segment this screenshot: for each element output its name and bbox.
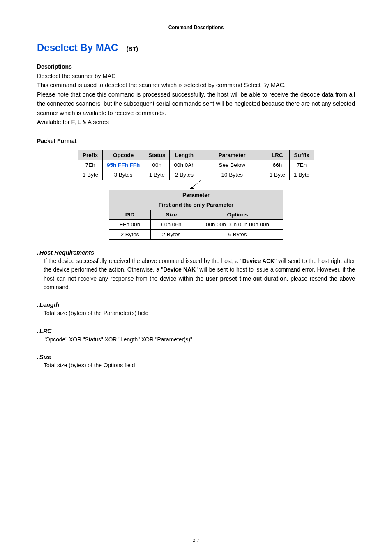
lrc-title: LRC bbox=[39, 328, 52, 334]
pid-val: FFh 00h bbox=[109, 219, 151, 229]
length-val: 00h 0Ah bbox=[170, 160, 199, 170]
desc-line4: Available for F, L & A series bbox=[37, 119, 109, 125]
packet-format-label: Packet Format bbox=[37, 138, 355, 144]
size-val: 00h 06h bbox=[151, 219, 192, 229]
section-header: Command Descriptions bbox=[37, 25, 355, 30]
desc-line3: Please note that once this command is pr… bbox=[37, 91, 355, 116]
lrc-val: 66h bbox=[265, 160, 289, 170]
hdr-length: Length bbox=[170, 150, 199, 160]
status-val: 00h bbox=[144, 160, 170, 170]
size-bytes: 2 Bytes bbox=[151, 229, 192, 239]
tables-wrap: Prefix Opcode Status Length Parameter LR… bbox=[37, 146, 355, 240]
hdr-pid: PID bbox=[109, 210, 151, 219]
length-bytes: 2 Bytes bbox=[170, 170, 199, 180]
hdr-parameter: Parameter bbox=[199, 150, 265, 160]
lrc-bytes: 1 Byte bbox=[265, 170, 289, 180]
opcode-val: 95h FFh FFh bbox=[102, 160, 144, 170]
options-val: 00h 00h 00h 00h 00h 00h bbox=[192, 219, 283, 229]
page-title-main: Deselect By MAC bbox=[37, 42, 118, 53]
length-title: Length bbox=[39, 302, 59, 308]
hr-text-a: If the device successfully received the … bbox=[44, 258, 242, 264]
desc-line2: This command is used to deselect the sca… bbox=[37, 82, 286, 88]
suffix-val: 7Eh bbox=[290, 160, 314, 170]
param-first: First and the only Parameter bbox=[109, 200, 283, 210]
host-requirements-section: .Host Requirements If the device success… bbox=[37, 249, 355, 292]
param-top: Parameter bbox=[109, 190, 283, 200]
status-bytes: 1 Byte bbox=[144, 170, 170, 180]
hdr-lrc: LRC bbox=[265, 150, 289, 160]
opcode-bytes: 3 Bytes bbox=[102, 170, 144, 180]
hdr-status: Status bbox=[144, 150, 170, 160]
user-preset: user preset time-out duration bbox=[206, 276, 287, 282]
param-top-row: Parameter bbox=[109, 190, 283, 200]
page-title-sub: (BT) bbox=[120, 46, 138, 52]
device-ack: Device ACK bbox=[242, 258, 274, 264]
size-heading: .Size bbox=[37, 354, 355, 360]
svg-line-0 bbox=[192, 180, 202, 188]
param-first-row: First and the only Parameter bbox=[109, 200, 283, 210]
page-title-row: Deselect By MAC (BT) bbox=[37, 42, 355, 53]
suffix-bytes: 1 Byte bbox=[290, 170, 314, 180]
host-requirements-title: Host Requirements bbox=[39, 249, 94, 256]
size-title: Size bbox=[39, 354, 51, 360]
descriptions-body: Deselect the scanner by MAC This command… bbox=[37, 71, 355, 127]
lrc-heading: .LRC bbox=[37, 328, 355, 334]
hdr-opcode: Opcode bbox=[102, 150, 144, 160]
prefix-bytes: 1 Byte bbox=[78, 170, 102, 180]
hdr-size: Size bbox=[151, 210, 192, 219]
parameter-bytes: 10 Bytes bbox=[199, 170, 265, 180]
lrc-text: "Opcode" XOR "Status" XOR "Length" XOR "… bbox=[44, 335, 355, 344]
length-section: .Length Total size (bytes) of the Parame… bbox=[37, 302, 355, 318]
size-section: .Size Total size (bytes) of the Options … bbox=[37, 354, 355, 370]
size-text: Total size (bytes) of the Options field bbox=[44, 361, 355, 370]
parameter-val: See Below bbox=[199, 160, 265, 170]
param-row-1: FFh 00h 00h 06h 00h 00h 00h 00h 00h 00h bbox=[109, 219, 283, 229]
lrc-section: .LRC "Opcode" XOR "Status" XOR "Length" … bbox=[37, 328, 355, 344]
packet-row-2: 1 Byte 3 Bytes 1 Byte 2 Bytes 10 Bytes 1… bbox=[78, 170, 314, 180]
descriptions-label: Descriptions bbox=[37, 63, 355, 70]
options-bytes: 6 Bytes bbox=[192, 229, 283, 239]
packet-table: Prefix Opcode Status Length Parameter LR… bbox=[78, 150, 314, 180]
packet-header-row: Prefix Opcode Status Length Parameter LR… bbox=[78, 150, 314, 160]
param-row-2: 2 Bytes 2 Bytes 6 Bytes bbox=[109, 229, 283, 239]
connector-arrow-icon bbox=[184, 180, 208, 190]
hdr-options: Options bbox=[192, 210, 283, 219]
desc-line1: Deselect the scanner by MAC bbox=[37, 73, 116, 79]
page-number: 2-7 bbox=[0, 538, 392, 543]
packet-row-1: 7Eh 95h FFh FFh 00h 00h 0Ah See Below 66… bbox=[78, 160, 314, 170]
hdr-suffix: Suffix bbox=[290, 150, 314, 160]
pid-bytes: 2 Bytes bbox=[109, 229, 151, 239]
prefix-val: 7Eh bbox=[78, 160, 102, 170]
host-requirements-heading: .Host Requirements bbox=[37, 249, 355, 256]
hdr-prefix: Prefix bbox=[78, 150, 102, 160]
length-heading: .Length bbox=[37, 302, 355, 308]
length-text: Total size (bytes) of the Parameter(s) f… bbox=[44, 309, 355, 318]
device-nak: Device NAK bbox=[163, 267, 196, 273]
parameter-table: Parameter First and the only Parameter P… bbox=[109, 190, 283, 240]
host-requirements-text: If the device successfully received the … bbox=[44, 257, 355, 292]
param-header-row: PID Size Options bbox=[109, 210, 283, 219]
